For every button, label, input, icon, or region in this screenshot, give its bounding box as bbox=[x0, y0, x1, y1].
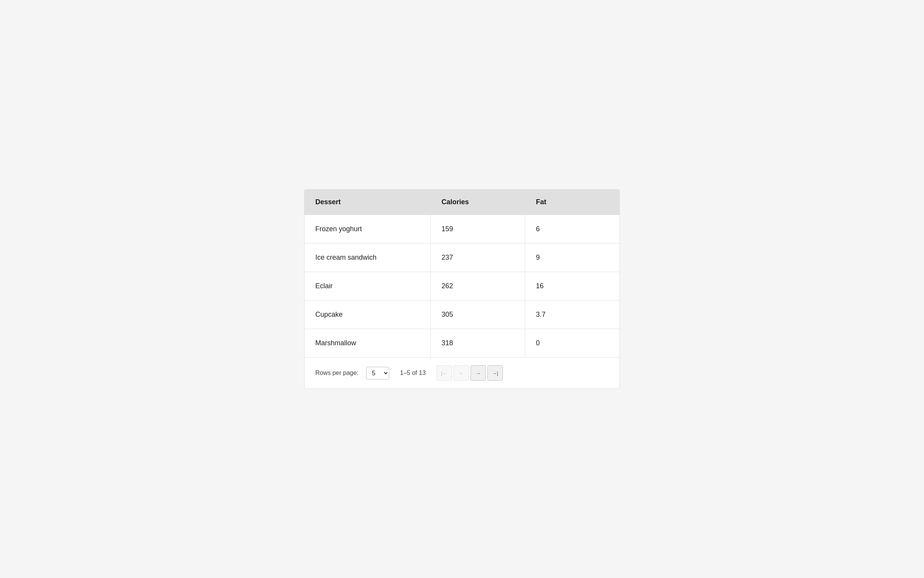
table-footer: Rows per page: 51025 1–5 of 13 |← ← → →| bbox=[305, 357, 619, 388]
header-dessert: Dessert bbox=[305, 190, 430, 215]
table-row: Eclair26216 bbox=[305, 272, 619, 301]
table-row: Frozen yoghurt1596 bbox=[305, 215, 619, 244]
cell-calories: 318 bbox=[430, 329, 525, 358]
header-calories: Calories bbox=[430, 190, 525, 215]
cell-fat: 6 bbox=[525, 215, 619, 244]
rows-per-page-select[interactable]: 51025 bbox=[366, 367, 389, 380]
header-fat: Fat bbox=[525, 190, 619, 215]
next-page-icon: → bbox=[475, 370, 480, 376]
pagination-buttons: |← ← → →| bbox=[437, 365, 503, 381]
cell-fat: 9 bbox=[525, 244, 619, 272]
dessert-table: Dessert Calories Fat Frozen yoghurt1596I… bbox=[305, 190, 619, 357]
cell-calories: 159 bbox=[430, 215, 525, 244]
prev-page-icon: ← bbox=[459, 370, 464, 376]
pagination-info: 1–5 of 13 bbox=[400, 370, 426, 376]
dessert-table-container: Dessert Calories Fat Frozen yoghurt1596I… bbox=[304, 189, 620, 389]
cell-dessert: Frozen yoghurt bbox=[305, 215, 430, 244]
cell-fat: 16 bbox=[525, 272, 619, 301]
cell-dessert: Marshmallow bbox=[305, 329, 430, 358]
rows-per-page-label: Rows per page: bbox=[315, 370, 358, 376]
cell-calories: 305 bbox=[430, 301, 525, 329]
cell-calories: 262 bbox=[430, 272, 525, 301]
table-row: Marshmallow3180 bbox=[305, 329, 619, 358]
table-header-row: Dessert Calories Fat bbox=[305, 190, 619, 215]
prev-page-button[interactable]: ← bbox=[454, 365, 469, 381]
last-page-icon: →| bbox=[492, 370, 498, 376]
cell-dessert: Eclair bbox=[305, 272, 430, 301]
table-row: Cupcake3053.7 bbox=[305, 301, 619, 329]
last-page-button[interactable]: →| bbox=[487, 365, 503, 381]
first-page-button[interactable]: |← bbox=[437, 365, 452, 381]
cell-dessert: Cupcake bbox=[305, 301, 430, 329]
cell-calories: 237 bbox=[430, 244, 525, 272]
cell-fat: 0 bbox=[525, 329, 619, 358]
cell-fat: 3.7 bbox=[525, 301, 619, 329]
first-page-icon: |← bbox=[441, 370, 447, 376]
next-page-button[interactable]: → bbox=[470, 365, 486, 381]
cell-dessert: Ice cream sandwich bbox=[305, 244, 430, 272]
table-row: Ice cream sandwich2379 bbox=[305, 244, 619, 272]
